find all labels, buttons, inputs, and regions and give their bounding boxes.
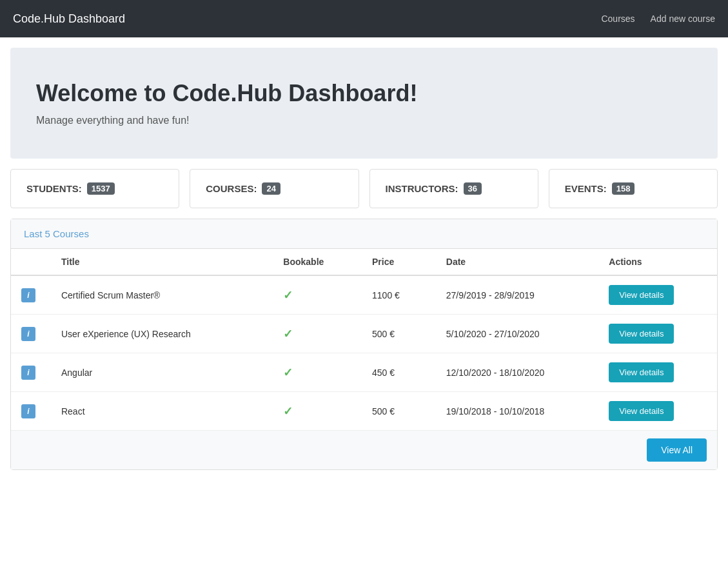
row-title: React bbox=[51, 392, 273, 431]
row-price: 1100 € bbox=[362, 275, 436, 315]
info-icon: i bbox=[21, 288, 35, 302]
row-bookable: ✓ bbox=[273, 353, 362, 392]
row-date: 12/10/2020 - 18/10/2020 bbox=[436, 353, 599, 392]
row-icon-cell: i bbox=[11, 353, 51, 392]
courses-value: 24 bbox=[262, 182, 280, 195]
row-actions: View details bbox=[598, 392, 717, 431]
navbar: Code.Hub Dashboard Courses Add new cours… bbox=[0, 0, 728, 37]
events-value: 158 bbox=[612, 182, 635, 195]
courses-stat: COURSES: 24 bbox=[190, 169, 359, 208]
hero-section: Welcome to Code.Hub Dashboard! Manage ev… bbox=[10, 48, 718, 159]
students-value: 1537 bbox=[87, 182, 115, 195]
events-label: EVENTS: bbox=[565, 183, 607, 194]
row-actions: View details bbox=[598, 353, 717, 392]
row-bookable: ✓ bbox=[273, 275, 362, 315]
table-row: i React ✓ 500 € 19/10/2018 - 10/10/2018 … bbox=[11, 392, 717, 431]
row-date: 27/9/2019 - 28/9/2019 bbox=[436, 275, 599, 315]
info-icon: i bbox=[21, 327, 35, 341]
table-row: i Angular ✓ 450 € 12/10/2020 - 18/10/202… bbox=[11, 353, 717, 392]
row-date: 19/10/2018 - 10/10/2018 bbox=[436, 392, 599, 431]
courses-label: COURSES: bbox=[206, 183, 257, 194]
check-icon: ✓ bbox=[283, 366, 293, 379]
col-header-bookable: Bookable bbox=[273, 249, 362, 275]
check-icon: ✓ bbox=[283, 328, 293, 340]
row-icon-cell: i bbox=[11, 275, 51, 315]
col-header-actions: Actions bbox=[598, 249, 717, 275]
row-date: 5/10/2020 - 27/10/2020 bbox=[436, 315, 599, 353]
row-bookable: ✓ bbox=[273, 392, 362, 431]
view-details-button[interactable]: View details bbox=[609, 285, 674, 305]
row-actions: View details bbox=[598, 275, 717, 315]
instructors-label: INSTRUCTORS: bbox=[386, 183, 458, 194]
courses-section-header: Last 5 Courses bbox=[11, 219, 717, 249]
courses-section: Last 5 Courses Title Bookable Price Date… bbox=[10, 219, 718, 470]
row-price: 500 € bbox=[362, 392, 436, 431]
table-row: i User eXperience (UX) Research ✓ 500 € … bbox=[11, 315, 717, 353]
row-actions: View details bbox=[598, 315, 717, 353]
info-icon: i bbox=[21, 404, 35, 418]
row-title: Angular bbox=[51, 353, 273, 392]
students-label: STUDENTS: bbox=[26, 183, 82, 194]
hero-title: Welcome to Code.Hub Dashboard! bbox=[36, 80, 692, 107]
courses-link[interactable]: Courses bbox=[601, 14, 635, 24]
table-footer: View All bbox=[11, 430, 717, 469]
info-icon: i bbox=[21, 366, 35, 380]
row-icon-cell: i bbox=[11, 392, 51, 431]
row-price: 500 € bbox=[362, 315, 436, 353]
check-icon: ✓ bbox=[283, 289, 293, 302]
students-stat: STUDENTS: 1537 bbox=[10, 169, 179, 208]
row-bookable: ✓ bbox=[273, 315, 362, 353]
add-new-course-link[interactable]: Add new course bbox=[651, 14, 715, 24]
row-title: User eXperience (UX) Research bbox=[51, 315, 273, 353]
events-stat: EVENTS: 158 bbox=[549, 169, 718, 208]
table-header-row: Title Bookable Price Date Actions bbox=[11, 249, 717, 275]
stats-row: STUDENTS: 1537 COURSES: 24 INSTRUCTORS: … bbox=[10, 169, 718, 208]
row-icon-cell: i bbox=[11, 315, 51, 353]
col-header-price: Price bbox=[362, 249, 436, 275]
row-price: 450 € bbox=[362, 353, 436, 392]
col-header-title: Title bbox=[51, 249, 273, 275]
view-details-button[interactable]: View details bbox=[609, 362, 674, 382]
view-details-button[interactable]: View details bbox=[609, 401, 674, 421]
navbar-links: Courses Add new course bbox=[601, 14, 715, 24]
instructors-value: 36 bbox=[464, 182, 482, 195]
navbar-brand: Code.Hub Dashboard bbox=[13, 12, 125, 26]
col-header-icon bbox=[11, 249, 51, 275]
table-row: i Certified Scrum Master® ✓ 1100 € 27/9/… bbox=[11, 275, 717, 315]
col-header-date: Date bbox=[436, 249, 599, 275]
check-icon: ✓ bbox=[283, 405, 293, 418]
hero-subtitle: Manage everything and have fun! bbox=[36, 115, 692, 126]
courses-table: Title Bookable Price Date Actions i Cert… bbox=[11, 249, 717, 430]
view-all-button[interactable]: View All bbox=[647, 438, 707, 462]
view-details-button[interactable]: View details bbox=[609, 324, 674, 344]
instructors-stat: INSTRUCTORS: 36 bbox=[369, 169, 538, 208]
row-title: Certified Scrum Master® bbox=[51, 275, 273, 315]
